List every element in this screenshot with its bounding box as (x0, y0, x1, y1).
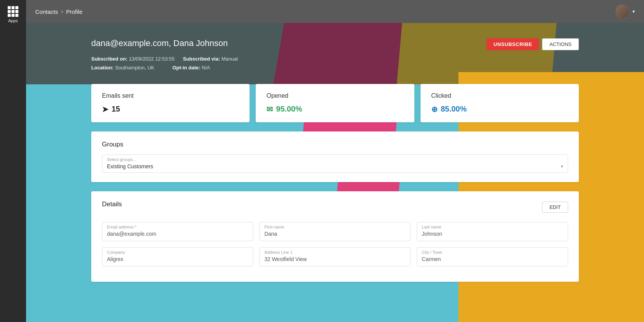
groups-select-label: Select groups... (107, 157, 136, 162)
topnav: Contacts › Profile ▾ (26, 0, 644, 23)
company-label: Company (107, 250, 248, 255)
city-value: Carmen (422, 256, 563, 262)
edit-button[interactable]: EDIT (542, 202, 568, 213)
groups-select-value[interactable]: Existing Customers ▾ (102, 155, 568, 172)
apps-grid-icon (8, 6, 18, 17)
breadcrumb-profile: Profile (66, 8, 83, 15)
optin-date-label: Opt-in date: (172, 65, 200, 71)
address-value: 32 Westfield View (264, 256, 406, 262)
address-label: Address Line 1 (264, 250, 406, 255)
details-card: Details EDIT Email address * dana@exampl… (91, 191, 579, 282)
email-value: dana@example.com (107, 231, 248, 237)
field-company: Company Aligrex (102, 247, 253, 266)
stat-opened-value: ✉ 95.00% (266, 105, 403, 114)
actions-button[interactable]: ACTIONS (542, 38, 579, 50)
profile-content: dana@example.com, Dana Johnson Subscribe… (26, 23, 644, 297)
profile-name: dana@example.com, Dana Johnson (91, 38, 238, 48)
last-name-label: Last name (422, 225, 563, 229)
nav-right: ▾ (616, 5, 635, 18)
profile-meta: Subscribed on: 13/09/2022 12:53:55 Subsc… (91, 54, 238, 72)
profile-email: dana@example.com, (91, 38, 171, 48)
last-name-value: Johnson (422, 231, 563, 237)
first-name-value: Dana (264, 231, 406, 237)
optin-date-value: N/A (202, 65, 210, 71)
stat-emails-sent-title: Emails sent (102, 92, 239, 99)
details-row-2: Company Aligrex Address Line 1 32 Westfi… (102, 247, 568, 266)
content-area: dana@example.com, Dana Johnson Subscribe… (26, 23, 644, 322)
field-address: Address Line 1 32 Westfield View (260, 247, 411, 266)
location-value: Southampton, UK (115, 65, 154, 71)
details-row-1: Email address * dana@example.com First n… (102, 222, 568, 241)
stats-row: Emails sent ➤ 15 Opened ✉ 95.00% Clicked (91, 84, 579, 122)
stat-clicked: Clicked ⊕ 85.00% (421, 84, 579, 122)
details-title: Details (102, 200, 122, 208)
stat-opened-title: Opened (266, 92, 403, 99)
field-email: Email address * dana@example.com (102, 222, 253, 241)
main-content: Contacts › Profile ▾ (26, 0, 644, 322)
groups-title: Groups (102, 141, 568, 148)
groups-dropdown-arrow: ▾ (561, 164, 563, 169)
avatar-image (616, 5, 629, 18)
stat-clicked-value: ⊕ 85.00% (431, 105, 568, 114)
email-label: Email address * (107, 225, 248, 229)
profile-header: dana@example.com, Dana Johnson Subscribe… (91, 31, 579, 76)
groups-card: Groups Select groups... Existing Custome… (91, 131, 579, 182)
field-last-name: Last name Johnson (417, 222, 568, 241)
breadcrumb-separator: › (61, 8, 63, 15)
field-first-name: First name Dana (260, 222, 411, 241)
sidebar: Apps (0, 0, 26, 322)
stat-emails-sent: Emails sent ➤ 15 (91, 84, 250, 122)
profile-info: dana@example.com, Dana Johnson Subscribe… (91, 38, 238, 72)
subscribed-via-label: Subscribed via: (183, 56, 220, 62)
groups-selected-option: Existing Customers (107, 163, 153, 169)
stat-clicked-title: Clicked (431, 92, 568, 99)
stat-emails-sent-value: ➤ 15 (102, 105, 239, 114)
subscribed-via-value: Manual (222, 56, 238, 62)
emails-sent-number: 15 (112, 105, 120, 113)
sidebar-apps-label: Apps (8, 18, 18, 23)
sidebar-item-apps[interactable]: Apps (8, 3, 18, 26)
opened-icon: ✉ (266, 105, 273, 114)
breadcrumb: Contacts › Profile (35, 8, 82, 15)
first-name-label: First name (264, 225, 406, 229)
clicked-icon: ⊕ (431, 105, 438, 114)
avatar[interactable] (616, 5, 629, 18)
avatar-dropdown-arrow[interactable]: ▾ (632, 9, 635, 14)
city-label: City / Town (422, 250, 563, 255)
profile-fullname: Dana Johnson (173, 38, 228, 48)
subscribed-on-label: Subscribed on: (91, 56, 128, 62)
clicked-percent: 85.00% (441, 105, 467, 113)
opened-percent: 95.00% (276, 105, 302, 113)
location-label: Location: (91, 65, 114, 71)
unsubscribe-button[interactable]: UNSUBSCRIBE (486, 38, 539, 50)
stat-opened: Opened ✉ 95.00% (256, 84, 414, 122)
field-city: City / Town Carmen (417, 247, 568, 266)
company-value: Aligrex (107, 256, 248, 262)
details-header: Details EDIT (102, 200, 568, 214)
groups-select-wrapper[interactable]: Select groups... Existing Customers ▾ (102, 154, 568, 173)
subscribed-on-value: 13/09/2022 12:53:55 (129, 56, 174, 62)
profile-actions: UNSUBSCRIBE ACTIONS (486, 38, 579, 50)
emails-sent-icon: ➤ (102, 105, 108, 114)
breadcrumb-contacts[interactable]: Contacts (35, 8, 58, 15)
